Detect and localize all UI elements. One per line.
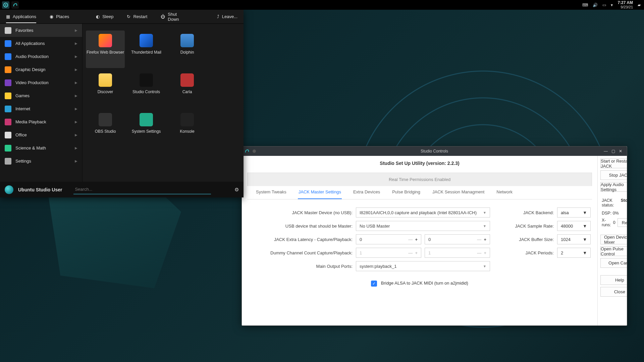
maximize-button[interactable]: ▢ xyxy=(609,149,617,154)
sidebar-item-media-playback[interactable]: Media Playback▶ xyxy=(0,115,82,128)
chevron-down-icon: ▼ xyxy=(583,210,587,215)
sidebar-item-science-math[interactable]: Science & Math▶ xyxy=(0,141,82,155)
master-device-label: JACK Master Device (no USB): xyxy=(249,210,356,215)
periods-label: JACK Periods: xyxy=(490,250,557,255)
app-thunderbird-mail[interactable]: Thunderbird Mail xyxy=(127,31,166,68)
app-icon xyxy=(180,113,194,126)
app-system-settings[interactable]: System Settings xyxy=(127,110,166,147)
output-combo[interactable]: system:playback_1▼ xyxy=(356,261,490,271)
tab-jack-session-managment[interactable]: JACK Session Managment xyxy=(432,186,485,199)
sidebar-item-settings[interactable]: Settings▶ xyxy=(0,155,82,168)
app-icon xyxy=(99,34,112,47)
minimize-button[interactable]: — xyxy=(602,149,609,154)
volume-icon[interactable]: 🔊 xyxy=(593,3,598,7)
tab-extra-devices[interactable]: Extra Devices xyxy=(353,186,381,199)
latency-playback-spin[interactable]: 0— + xyxy=(425,234,490,244)
dummy-playback-spin[interactable]: 1— + xyxy=(425,248,490,258)
chevron-down-icon[interactable]: ▾ xyxy=(611,3,613,7)
username: Ubuntu Studio User xyxy=(18,187,62,192)
tab-applications-label: Applications xyxy=(13,14,36,19)
tab-places[interactable]: ◉ Places xyxy=(50,14,69,19)
apply-settings-button[interactable]: Apply Audio Settings xyxy=(600,182,627,192)
buffer-combo[interactable]: 1024▼ xyxy=(557,234,591,244)
app-icon xyxy=(99,113,112,126)
side-panel: Start or Restart JACK Stop JACK Apply Au… xyxy=(597,156,627,325)
app-label: OBS Studio xyxy=(95,129,116,134)
app-dolphin[interactable]: Dolphin xyxy=(168,31,207,68)
help-button[interactable]: Help xyxy=(600,275,627,285)
sidebar-item-games[interactable]: Games▶ xyxy=(0,89,82,102)
power-shutdown[interactable]: ⏻Shut Down xyxy=(161,12,182,22)
sidebar-item-office[interactable]: Office▶ xyxy=(0,128,82,141)
avatar[interactable] xyxy=(5,185,13,194)
app-label: Konsole xyxy=(180,129,194,134)
app-discover[interactable]: Discover xyxy=(86,70,125,108)
dummy-capture-spin[interactable]: 1— + xyxy=(356,248,421,258)
category-icon xyxy=(5,27,11,34)
app-carla[interactable]: Carla xyxy=(168,70,207,108)
power-restart[interactable]: ↻Restart xyxy=(127,14,147,19)
latency-capture-spin[interactable]: 0— + xyxy=(356,234,421,244)
usb-master-label: USB device that should be Master: xyxy=(249,224,356,229)
bridge-alsa-row[interactable]: ✓ Bridge ALSA to JACK MIDI (turn on a2jm… xyxy=(242,271,597,296)
tab-applications[interactable]: ▦ Applications xyxy=(6,14,36,23)
taskbar: ⌨ 🔊 ▭ ▾ 7:27 AM 9/23/21 ▰ xyxy=(0,0,644,10)
studio-controls-window: Studio Controls — ▢ ✕ Studio Set Up Util… xyxy=(241,146,627,326)
close-window-button[interactable]: Close xyxy=(600,287,627,297)
keyboard-icon[interactable]: ⌨ xyxy=(582,3,588,7)
app-firefox-web-browser[interactable]: Firefox Web Browser xyxy=(86,31,125,68)
output-label: Main Output Ports: xyxy=(249,264,356,269)
clock-time: 7:27 AM xyxy=(618,1,633,5)
sample-rate-combo[interactable]: 48000▼ xyxy=(557,221,591,231)
app-label: Studio Controls xyxy=(132,89,160,94)
app-icon xyxy=(140,113,153,126)
apps-icon: ▦ xyxy=(6,14,10,19)
open-mixer-combo[interactable]: Open Device Mixer▼ xyxy=(600,235,627,244)
close-button[interactable]: ✕ xyxy=(617,149,624,154)
sidebar-item-all-applications[interactable]: All Applications▶ xyxy=(0,37,82,50)
start-jack-button[interactable]: Start or Restart JACK xyxy=(600,159,627,168)
app-label: Carla xyxy=(182,89,192,94)
category-icon xyxy=(5,119,11,125)
notifications-icon[interactable]: ▰ xyxy=(638,3,641,7)
power-leave[interactable]: ⤴Leave... xyxy=(217,14,237,19)
periods-combo[interactable]: 2▼ xyxy=(557,248,591,258)
window-menu-dot[interactable] xyxy=(253,149,256,153)
start-menu-button[interactable] xyxy=(2,1,9,9)
app-studio-controls[interactable]: Studio Controls xyxy=(127,70,166,108)
usb-master-combo[interactable]: No USB Master▼ xyxy=(356,221,490,231)
app-konsole[interactable]: Konsole xyxy=(168,110,207,147)
chevron-right-icon: ▶ xyxy=(75,120,77,124)
tab-network[interactable]: Network xyxy=(496,186,513,199)
taskbar-app-studio[interactable] xyxy=(11,1,19,9)
chevron-down-icon: ▼ xyxy=(583,224,587,229)
open-carla-button[interactable]: Open Carla xyxy=(600,258,627,268)
studio-icon xyxy=(13,3,17,7)
backend-combo[interactable]: alsa▼ xyxy=(557,207,591,218)
sidebar-item-label: Games xyxy=(15,93,30,98)
master-device-combo[interactable]: I82801AAICH,0,0 capture and playback (In… xyxy=(356,207,490,218)
reset-xruns-button[interactable]: Reset xyxy=(618,218,627,227)
sidebar-item-label: Favorites xyxy=(15,28,33,33)
open-pulse-button[interactable]: Open Pulse Control xyxy=(600,246,627,256)
sidebar-item-audio-production[interactable]: Audio Production▶ xyxy=(0,50,82,63)
sidebar-item-graphic-design[interactable]: Graphic Design▶ xyxy=(0,63,82,76)
display-icon[interactable]: ▭ xyxy=(602,3,606,7)
svg-point-1 xyxy=(5,4,6,6)
tab-system-tweaks[interactable]: System Tweaks xyxy=(255,186,287,199)
stop-jack-button[interactable]: Stop JACK xyxy=(600,170,627,180)
app-obs-studio[interactable]: OBS Studio xyxy=(86,110,125,147)
dsp-label: DSP: 0% xyxy=(602,211,619,216)
tab-pulse-bridging[interactable]: Pulse Bridging xyxy=(391,186,421,199)
power-sleep[interactable]: ◐Sleep xyxy=(96,14,113,19)
clock[interactable]: 7:27 AM 9/23/21 xyxy=(618,1,633,9)
category-icon xyxy=(5,106,11,112)
sidebar-item-internet[interactable]: Internet▶ xyxy=(0,102,82,115)
sidebar-item-video-production[interactable]: Video Production▶ xyxy=(0,76,82,89)
chevron-down-icon: ▼ xyxy=(483,211,486,215)
sidebar-item-favorites[interactable]: Favorites▶ xyxy=(0,24,82,37)
tab-jack-master-settings[interactable]: JACK Master Settings xyxy=(298,186,342,199)
search-input[interactable] xyxy=(73,185,211,194)
gear-icon[interactable]: ⚙ xyxy=(234,187,239,193)
xruns-label: X-runs: xyxy=(602,218,611,227)
